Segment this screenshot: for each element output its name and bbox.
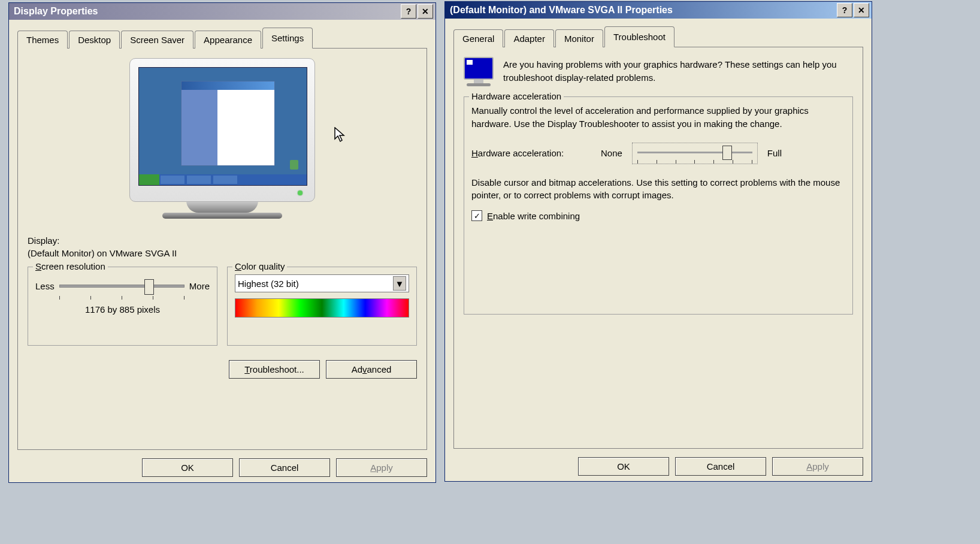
cancel-button[interactable]: Cancel	[675, 457, 766, 476]
apply-button[interactable]: Apply	[772, 457, 863, 476]
display-label: Display:	[28, 235, 417, 246]
tab-themes[interactable]: Themes	[17, 31, 68, 49]
hw-full-label: Full	[767, 148, 782, 158]
hardware-accel-group: Hardware acceleration Manually control t…	[464, 96, 853, 315]
troubleshoot-button[interactable]: Troubleshoot...	[229, 360, 320, 379]
apply-button[interactable]: Apply	[336, 458, 427, 477]
titlebar[interactable]: (Default Monitor) and VMware SVGA II Pro…	[445, 2, 872, 19]
help-text: Are you having problems with your graphi…	[503, 57, 853, 84]
slider-less-label: Less	[35, 281, 55, 291]
titlebar-text: (Default Monitor) and VMware SVGA II Pro…	[450, 5, 837, 16]
hw-group-title: Hardware acceleration	[469, 91, 564, 101]
advanced-button[interactable]: Advanced	[326, 360, 417, 379]
close-button[interactable]: ✕	[854, 3, 869, 17]
write-combining-checkbox[interactable]: ✓	[471, 210, 482, 221]
settings-panel: Display: (Default Monitor) on VMware SVG…	[17, 49, 427, 450]
close-button[interactable]: ✕	[418, 4, 433, 19]
help-button[interactable]: ?	[837, 3, 852, 17]
color-group: Color quality Highest (32 bit) ▼	[227, 267, 417, 346]
monitor-preview	[126, 58, 318, 226]
troubleshoot-panel: Are you having problems with your graphi…	[453, 47, 863, 449]
hw-intro-text: Manually control the level of accelerati…	[471, 104, 845, 131]
color-quality-value: Highest (32 bit)	[238, 279, 299, 289]
resolution-value: 1176 by 885 pixels	[35, 304, 210, 315]
display-properties-window: Display Properties ? ✕ Themes Desktop Sc…	[8, 2, 436, 483]
display-value: (Default Monitor) on VMware SVGA II	[28, 248, 417, 258]
ok-button[interactable]: OK	[578, 457, 669, 476]
tab-general[interactable]: General	[453, 29, 503, 47]
color-spectrum-preview	[235, 298, 409, 318]
tab-screensaver[interactable]: Screen Saver	[121, 31, 193, 49]
color-title: Color quality	[232, 261, 287, 271]
hw-desc-text: Disable cursor and bitmap accelerations.…	[471, 176, 845, 203]
hw-accel-label: Hardware acceleration:	[471, 148, 591, 158]
hw-accel-slider[interactable]	[632, 143, 758, 164]
slider-more-label: More	[189, 281, 210, 291]
hw-none-label: None	[601, 148, 622, 158]
monitor-properties-window: (Default Monitor) and VMware SVGA II Pro…	[444, 1, 872, 482]
resolution-slider[interactable]	[59, 278, 184, 294]
write-combining-label: Enable write combining	[487, 211, 580, 221]
help-button[interactable]: ?	[401, 4, 416, 19]
tab-adapter[interactable]: Adapter	[504, 29, 554, 47]
ok-button[interactable]: OK	[142, 458, 233, 477]
cancel-button[interactable]: Cancel	[239, 458, 330, 477]
tab-troubleshoot[interactable]: Troubleshoot	[604, 26, 674, 47]
tabstrip: Themes Desktop Screen Saver Appearance S…	[17, 27, 427, 49]
dropdown-arrow-icon: ▼	[393, 276, 406, 291]
tab-desktop[interactable]: Desktop	[69, 31, 120, 49]
monitor-icon	[464, 57, 494, 84]
tab-settings[interactable]: Settings	[262, 28, 313, 49]
titlebar-text: Display Properties	[14, 6, 401, 17]
resolution-title: Screen resolution	[33, 261, 108, 271]
tab-appearance[interactable]: Appearance	[195, 31, 261, 49]
color-quality-select[interactable]: Highest (32 bit) ▼	[235, 274, 409, 292]
tabstrip: General Adapter Monitor Troubleshoot	[453, 26, 863, 47]
titlebar[interactable]: Display Properties ? ✕	[9, 3, 435, 20]
tab-monitor[interactable]: Monitor	[555, 29, 603, 47]
resolution-group: Screen resolution Less More 1176 by 885 …	[28, 267, 217, 346]
